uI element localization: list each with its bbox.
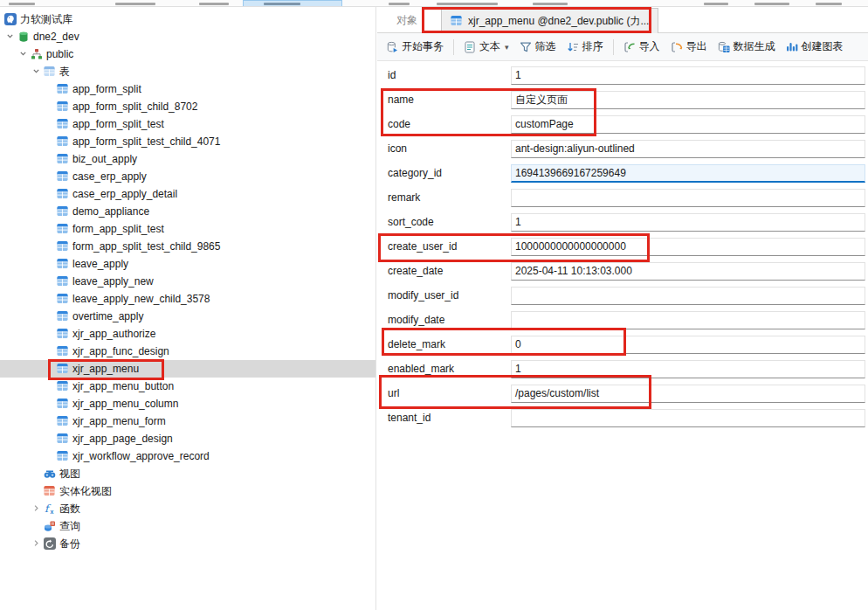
table-icon [57, 258, 69, 270]
field-label-category_id: category_id [388, 167, 442, 179]
chevron-down-icon[interactable] [32, 67, 41, 76]
tree-item-leave_apply_new_child_3578[interactable]: leave_apply_new_child_3578 [0, 290, 375, 308]
table-icon [57, 135, 69, 148]
toolbar-button-text[interactable]: 文本▾ [459, 37, 513, 57]
tree-item-xjr_app_menu_button[interactable]: xjr_app_menu_button [0, 378, 375, 395]
field-row-modify_date: modify_date [377, 311, 868, 329]
toolbar-button-begin-transaction[interactable]: 开始事务 [382, 37, 448, 57]
tree-item-label: xjr_workflow_approve_record [72, 450, 210, 462]
field-row-icon: iconant-design:aliyun-outlined [377, 140, 868, 158]
tree-item-form_app_split_test[interactable]: form_app_split_test [0, 220, 375, 238]
toolbar-button-sort[interactable]: 排序 [562, 37, 608, 57]
tree-item-materialized-views[interactable]: 实体化视图 [0, 482, 375, 500]
field-input-create_date[interactable]: 2025-04-11 10:13:03.000 [511, 262, 865, 281]
database-icon [17, 31, 30, 43]
clipped-top-toolbar [0, 0, 868, 7]
field-label-create_date: create_date [388, 265, 443, 277]
tree-item-case_erp_apply[interactable]: case_erp_apply [0, 168, 375, 185]
tree-item-public[interactable]: public [0, 45, 375, 63]
toolbar-button-label: 筛选 [535, 39, 556, 54]
tree-item-label: 表 [59, 66, 70, 78]
import-icon [623, 41, 636, 53]
tree-item-app_form_split[interactable]: app_form_split [0, 80, 375, 98]
chevron-right-icon[interactable] [32, 504, 41, 513]
field-input-remark[interactable] [511, 189, 865, 207]
tree-item-label: app_form_split_test [72, 118, 164, 130]
tree-item-app_form_split_test[interactable]: app_form_split_test [0, 115, 375, 133]
tree-item-label: 函数 [59, 503, 80, 515]
tree-item-form_app_split_test_child_9865[interactable]: form_app_split_test_child_9865 [0, 238, 375, 255]
field-input-modify_user_id[interactable] [511, 287, 865, 305]
tree-item-tables-folder[interactable]: 表 [0, 63, 375, 80]
tab-table-data[interactable]: xjr_app_menu @dne2_dev.public (力... [441, 8, 658, 33]
tree-item-liruan-test-db[interactable]: 力软测试库 [0, 10, 375, 28]
tree-item-dne2_dev[interactable]: dne2_dev [0, 28, 375, 45]
field-input-category_id[interactable]: 1694139669167259649 [511, 164, 865, 183]
chevron-down-icon[interactable] [6, 32, 15, 41]
field-input-sort_code[interactable]: 1 [511, 213, 865, 232]
field-input-name[interactable]: 自定义页面 [511, 91, 865, 109]
toolbar-button-data-generation[interactable]: 数据生成 [713, 37, 780, 57]
tree-item-label: xjr_app_menu [72, 363, 139, 375]
tree-item-label: leave_apply [72, 258, 128, 270]
field-label-remark: remark [388, 191, 420, 204]
field-row-remark: remark [377, 189, 868, 207]
tree-item-overtime_apply[interactable]: overtime_apply [0, 308, 375, 325]
tree-item-biz_out_apply[interactable]: biz_out_apply [0, 150, 375, 168]
tree-item-xjr_app_page_design[interactable]: xjr_app_page_design [0, 430, 375, 447]
tree-item-label: 力软测试库 [20, 13, 72, 25]
export-icon [671, 41, 683, 53]
chevron-down-icon[interactable] [19, 50, 28, 59]
chevron-right-icon[interactable] [32, 539, 41, 548]
toolbar-button-filter[interactable]: 筛选 [515, 37, 561, 57]
tree-item-label: xjr_app_authorize [72, 328, 155, 340]
field-input-code[interactable]: customPage [511, 115, 865, 134]
tree-item-queries[interactable]: 查询 [0, 517, 375, 535]
tree-item-leave_apply[interactable]: leave_apply [0, 255, 375, 273]
field-input-enabled_mark[interactable]: 1 [511, 360, 865, 378]
field-row-id: id1 [377, 66, 868, 85]
field-input-tenant_id[interactable] [511, 409, 865, 427]
chevron-down-icon[interactable]: ▾ [505, 43, 509, 52]
tree-item-backups[interactable]: 备份 [0, 535, 375, 552]
tree-item-label: app_form_split_test_child_4071 [72, 135, 220, 148]
tree-item-xjr_app_menu[interactable]: xjr_app_menu [0, 360, 375, 378]
tablelight-icon [44, 66, 56, 78]
table-icon [57, 83, 69, 95]
tree-item-views[interactable]: 视图 [0, 465, 375, 482]
tree-item-demo_appliance[interactable]: demo_appliance [0, 203, 375, 220]
backup-icon [44, 537, 56, 550]
postgres-icon [4, 13, 17, 25]
query-icon [44, 520, 56, 532]
tree-item-label: 查询 [59, 520, 80, 532]
field-input-url[interactable]: /pages/custom/list [511, 385, 865, 403]
tree-item-leave_apply_new[interactable]: leave_apply_new [0, 273, 375, 290]
tree-item-functions[interactable]: fx函数 [0, 500, 375, 517]
tab-objects[interactable]: 对象 [396, 7, 417, 33]
field-input-icon[interactable]: ant-design:aliyun-outlined [511, 140, 865, 158]
table-icon [57, 345, 69, 357]
table-icon [57, 415, 69, 427]
field-row-tenant_id: tenant_id [377, 409, 868, 427]
field-row-create_date: create_date2025-04-11 10:13:03.000 [377, 262, 868, 281]
tree-item-label: demo_appliance [72, 205, 149, 218]
field-input-id[interactable]: 1 [511, 66, 865, 85]
tree-item-label: xjr_app_menu_column [72, 398, 178, 410]
toolbar-button-import[interactable]: 导入 [619, 37, 665, 57]
tree-item-label: xjr_app_page_design [72, 433, 173, 445]
field-input-create_user_id[interactable]: 1000000000000000000 [511, 238, 865, 256]
toolbar-button-export[interactable]: 导出 [666, 37, 712, 57]
tree-item-app_form_split_child_8702[interactable]: app_form_split_child_8702 [0, 98, 375, 115]
tree-item-xjr_app_func_design[interactable]: xjr_app_func_design [0, 343, 375, 360]
tree-item-xjr_app_menu_column[interactable]: xjr_app_menu_column [0, 395, 375, 412]
tree-item-app_form_split_test_child_4071[interactable]: app_form_split_test_child_4071 [0, 133, 375, 150]
field-input-modify_date[interactable] [511, 311, 865, 329]
tree-item-xjr_app_menu_form[interactable]: xjr_app_menu_form [0, 412, 375, 430]
toolbar-button-create-chart[interactable]: 创建图表 [782, 37, 848, 57]
toolbar-button-label: 文本 [479, 39, 500, 54]
tree-item-case_erp_apply_detail[interactable]: case_erp_apply_detail [0, 185, 375, 203]
views-icon [44, 468, 56, 480]
tree-item-xjr_workflow_approve_record[interactable]: xjr_workflow_approve_record [0, 447, 375, 465]
tree-item-xjr_app_authorize[interactable]: xjr_app_authorize [0, 325, 375, 343]
field-input-delete_mark[interactable]: 0 [511, 336, 865, 354]
